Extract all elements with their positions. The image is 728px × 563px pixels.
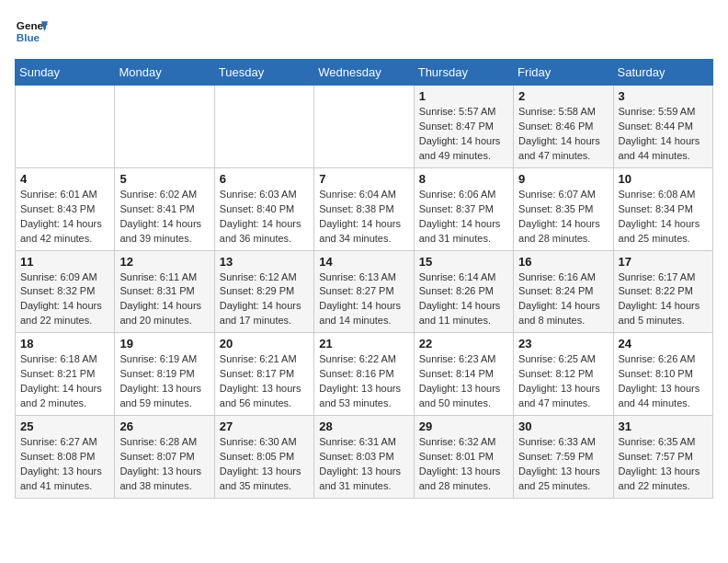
calendar-cell: 19Sunrise: 6:19 AM Sunset: 8:19 PM Dayli…	[115, 333, 214, 416]
day-number: 3	[619, 89, 708, 103]
day-number: 6	[220, 172, 309, 186]
calendar-cell: 5Sunrise: 6:02 AM Sunset: 8:41 PM Daylig…	[115, 167, 214, 250]
calendar-week-row: 25Sunrise: 6:27 AM Sunset: 8:08 PM Dayli…	[16, 416, 713, 499]
day-number: 21	[319, 337, 408, 350]
weekday-header: Sunday	[16, 60, 115, 86]
day-info: Sunrise: 6:08 AM Sunset: 8:34 PM Dayligh…	[619, 188, 708, 247]
weekday-header: Thursday	[414, 60, 513, 86]
day-number: 15	[419, 255, 508, 269]
day-number: 22	[419, 337, 508, 350]
day-info: Sunrise: 6:11 AM Sunset: 8:31 PM Dayligh…	[119, 270, 209, 329]
day-number: 13	[220, 255, 309, 269]
day-number: 20	[220, 337, 309, 350]
day-info: Sunrise: 6:01 AM Sunset: 8:43 PM Dayligh…	[20, 188, 109, 247]
day-info: Sunrise: 5:59 AM Sunset: 8:44 PM Dayligh…	[619, 105, 708, 164]
weekday-header: Wednesday	[314, 60, 414, 86]
day-number: 25	[20, 419, 109, 433]
calendar-cell: 22Sunrise: 6:23 AM Sunset: 8:14 PM Dayli…	[414, 333, 513, 416]
calendar-week-row: 18Sunrise: 6:18 AM Sunset: 8:21 PM Dayli…	[16, 333, 713, 416]
day-info: Sunrise: 6:02 AM Sunset: 8:41 PM Dayligh…	[119, 188, 209, 247]
calendar-cell: 30Sunrise: 6:33 AM Sunset: 7:59 PM Dayli…	[514, 416, 613, 499]
calendar-cell: 6Sunrise: 6:03 AM Sunset: 8:40 PM Daylig…	[214, 167, 313, 250]
weekday-header: Saturday	[613, 60, 712, 86]
day-number: 27	[220, 419, 309, 433]
day-number: 7	[319, 172, 408, 186]
weekday-header: Monday	[115, 60, 214, 86]
day-number: 18	[20, 337, 109, 350]
calendar-cell: 31Sunrise: 6:35 AM Sunset: 7:57 PM Dayli…	[613, 416, 712, 499]
calendar-cell: 29Sunrise: 6:32 AM Sunset: 8:01 PM Dayli…	[414, 416, 513, 499]
calendar-cell: 17Sunrise: 6:17 AM Sunset: 8:22 PM Dayli…	[613, 250, 712, 333]
day-info: Sunrise: 5:58 AM Sunset: 8:46 PM Dayligh…	[518, 105, 608, 164]
page-header: General Blue	[15, 15, 713, 48]
day-number: 4	[20, 172, 109, 186]
calendar-cell: 18Sunrise: 6:18 AM Sunset: 8:21 PM Dayli…	[16, 333, 115, 416]
calendar-week-row: 11Sunrise: 6:09 AM Sunset: 8:32 PM Dayli…	[16, 250, 713, 333]
day-info: Sunrise: 6:32 AM Sunset: 8:01 PM Dayligh…	[419, 435, 508, 494]
day-info: Sunrise: 6:30 AM Sunset: 8:05 PM Dayligh…	[220, 435, 309, 494]
day-info: Sunrise: 5:57 AM Sunset: 8:47 PM Dayligh…	[419, 105, 508, 164]
calendar-cell	[115, 86, 214, 168]
calendar-cell	[16, 86, 115, 168]
calendar-cell	[214, 86, 313, 168]
day-number: 30	[518, 419, 608, 433]
day-number: 31	[619, 419, 708, 433]
calendar-cell: 3Sunrise: 5:59 AM Sunset: 8:44 PM Daylig…	[613, 86, 712, 168]
logo: General Blue	[15, 15, 48, 48]
day-info: Sunrise: 6:31 AM Sunset: 8:03 PM Dayligh…	[319, 435, 408, 494]
day-info: Sunrise: 6:26 AM Sunset: 8:10 PM Dayligh…	[619, 352, 708, 411]
calendar-cell: 26Sunrise: 6:28 AM Sunset: 8:07 PM Dayli…	[115, 416, 214, 499]
day-number: 29	[419, 419, 508, 433]
calendar-cell: 12Sunrise: 6:11 AM Sunset: 8:31 PM Dayli…	[115, 250, 214, 333]
day-info: Sunrise: 6:14 AM Sunset: 8:26 PM Dayligh…	[419, 270, 508, 329]
calendar-cell: 11Sunrise: 6:09 AM Sunset: 8:32 PM Dayli…	[16, 250, 115, 333]
day-info: Sunrise: 6:06 AM Sunset: 8:37 PM Dayligh…	[419, 188, 508, 247]
calendar-cell: 7Sunrise: 6:04 AM Sunset: 8:38 PM Daylig…	[314, 167, 414, 250]
calendar-cell: 24Sunrise: 6:26 AM Sunset: 8:10 PM Dayli…	[613, 333, 712, 416]
day-info: Sunrise: 6:23 AM Sunset: 8:14 PM Dayligh…	[419, 352, 508, 411]
day-info: Sunrise: 6:17 AM Sunset: 8:22 PM Dayligh…	[619, 270, 708, 329]
day-info: Sunrise: 6:07 AM Sunset: 8:35 PM Dayligh…	[518, 188, 608, 247]
weekday-header: Friday	[514, 60, 613, 86]
day-number: 10	[619, 172, 708, 186]
day-number: 2	[518, 89, 608, 103]
calendar-cell: 10Sunrise: 6:08 AM Sunset: 8:34 PM Dayli…	[613, 167, 712, 250]
day-number: 5	[119, 172, 209, 186]
day-number: 1	[419, 89, 508, 103]
day-number: 11	[20, 255, 109, 269]
calendar-cell: 21Sunrise: 6:22 AM Sunset: 8:16 PM Dayli…	[314, 333, 414, 416]
calendar-cell: 1Sunrise: 5:57 AM Sunset: 8:47 PM Daylig…	[414, 86, 513, 168]
calendar-cell: 28Sunrise: 6:31 AM Sunset: 8:03 PM Dayli…	[314, 416, 414, 499]
calendar-cell: 23Sunrise: 6:25 AM Sunset: 8:12 PM Dayli…	[514, 333, 613, 416]
logo-icon: General Blue	[15, 15, 48, 48]
day-number: 9	[518, 172, 608, 186]
weekday-header-row: SundayMondayTuesdayWednesdayThursdayFrid…	[16, 60, 713, 86]
day-number: 14	[319, 255, 408, 269]
calendar-cell: 8Sunrise: 6:06 AM Sunset: 8:37 PM Daylig…	[414, 167, 513, 250]
calendar-cell: 16Sunrise: 6:16 AM Sunset: 8:24 PM Dayli…	[514, 250, 613, 333]
calendar-cell: 14Sunrise: 6:13 AM Sunset: 8:27 PM Dayli…	[314, 250, 414, 333]
calendar-week-row: 1Sunrise: 5:57 AM Sunset: 8:47 PM Daylig…	[16, 86, 713, 168]
day-info: Sunrise: 6:22 AM Sunset: 8:16 PM Dayligh…	[319, 352, 408, 411]
weekday-header: Tuesday	[214, 60, 313, 86]
day-number: 26	[119, 419, 209, 433]
day-info: Sunrise: 6:09 AM Sunset: 8:32 PM Dayligh…	[20, 270, 109, 329]
day-info: Sunrise: 6:19 AM Sunset: 8:19 PM Dayligh…	[119, 352, 209, 411]
day-info: Sunrise: 6:13 AM Sunset: 8:27 PM Dayligh…	[319, 270, 408, 329]
day-info: Sunrise: 6:18 AM Sunset: 8:21 PM Dayligh…	[20, 352, 109, 411]
calendar-cell: 9Sunrise: 6:07 AM Sunset: 8:35 PM Daylig…	[514, 167, 613, 250]
calendar-cell: 25Sunrise: 6:27 AM Sunset: 8:08 PM Dayli…	[16, 416, 115, 499]
day-info: Sunrise: 6:27 AM Sunset: 8:08 PM Dayligh…	[20, 435, 109, 494]
calendar-cell	[314, 86, 414, 168]
calendar-table: SundayMondayTuesdayWednesdayThursdayFrid…	[15, 59, 713, 499]
calendar-cell: 27Sunrise: 6:30 AM Sunset: 8:05 PM Dayli…	[214, 416, 313, 499]
svg-text:Blue: Blue	[17, 31, 40, 43]
calendar-cell: 2Sunrise: 5:58 AM Sunset: 8:46 PM Daylig…	[514, 86, 613, 168]
calendar-week-row: 4Sunrise: 6:01 AM Sunset: 8:43 PM Daylig…	[16, 167, 713, 250]
calendar-cell: 13Sunrise: 6:12 AM Sunset: 8:29 PM Dayli…	[214, 250, 313, 333]
day-number: 28	[319, 419, 408, 433]
day-info: Sunrise: 6:12 AM Sunset: 8:29 PM Dayligh…	[220, 270, 309, 329]
day-number: 12	[119, 255, 209, 269]
day-info: Sunrise: 6:21 AM Sunset: 8:17 PM Dayligh…	[220, 352, 309, 411]
day-number: 17	[619, 255, 708, 269]
